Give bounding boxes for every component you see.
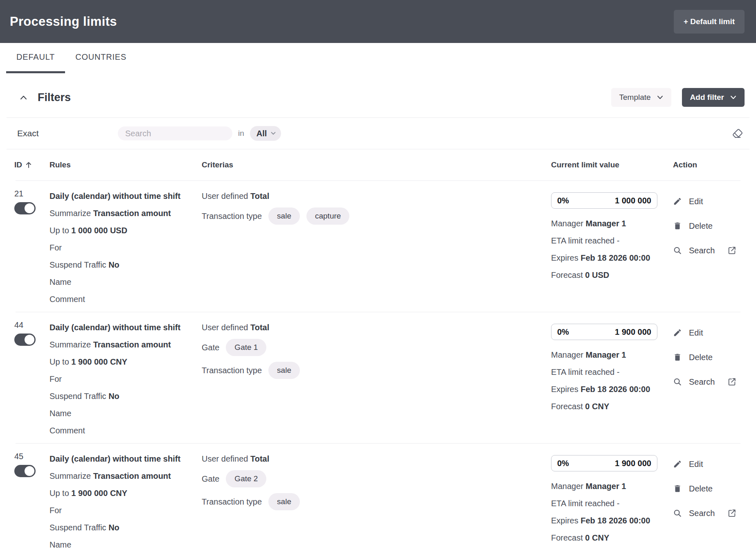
search-icon bbox=[673, 246, 682, 255]
sort-ascending-icon[interactable] bbox=[26, 162, 32, 168]
rule-line: Daily (calendar) without time shift bbox=[50, 187, 202, 205]
rule-line: Daily (calendar) without time shift bbox=[50, 319, 202, 336]
limit-detail-line: ETA limit reached - bbox=[551, 363, 667, 381]
rule-line: Suspend Traffic No bbox=[50, 519, 202, 536]
limit-amount: 1 900 000 bbox=[615, 327, 651, 337]
criteria-chip[interactable]: sale bbox=[268, 362, 300, 379]
trash-icon bbox=[673, 353, 682, 362]
id-cell: 44 bbox=[14, 319, 50, 439]
limit-value-box[interactable]: 0%1 900 000 bbox=[551, 455, 657, 471]
rule-line: Up to 1 000 000 USD bbox=[50, 222, 202, 239]
delete-button[interactable]: Delete bbox=[673, 345, 713, 370]
column-header-criterias: Criterias bbox=[202, 160, 551, 169]
rules-cell: Daily (calendar) without time shiftSumma… bbox=[50, 319, 202, 439]
criteria-chip[interactable]: Gate 1 bbox=[226, 339, 266, 356]
limit-details: Manager Manager 1ETA limit reached -Expi… bbox=[551, 215, 667, 284]
row-id: 21 bbox=[14, 187, 50, 200]
limit-detail-line: Forecast 0 CNY bbox=[551, 529, 667, 546]
rule-line: Name bbox=[50, 273, 202, 291]
external-link-icon bbox=[727, 377, 736, 386]
rule-line: Comment bbox=[50, 553, 202, 559]
chevron-down-icon bbox=[730, 95, 736, 99]
action-cell: EditDeleteSearch bbox=[667, 187, 756, 308]
criterias-cell: User defined TotalGateGate 2Transaction … bbox=[202, 450, 551, 559]
rule-line: Up to 1 900 000 CNY bbox=[50, 353, 202, 370]
criteria-chip[interactable]: sale bbox=[268, 493, 300, 510]
page-title: Processing limits bbox=[10, 14, 117, 29]
search-input[interactable] bbox=[125, 129, 225, 138]
enabled-toggle[interactable] bbox=[14, 202, 36, 214]
id-cell: 45 bbox=[14, 450, 50, 559]
pencil-icon bbox=[673, 197, 682, 206]
id-cell: 21 bbox=[14, 187, 50, 308]
app-header: Processing limits + Default limit bbox=[0, 0, 756, 43]
action-label: Delete bbox=[689, 353, 713, 362]
column-header-action: Action bbox=[667, 160, 756, 169]
limit-detail-line: Expires Feb 18 2026 00:00 bbox=[551, 512, 667, 529]
external-link-icon bbox=[727, 246, 736, 255]
action-label: Edit bbox=[689, 197, 703, 206]
scope-select[interactable]: All bbox=[250, 126, 281, 141]
criteria-chip[interactable]: Gate 2 bbox=[226, 470, 266, 487]
criteria-line: GateGate 1 bbox=[202, 336, 551, 359]
trash-icon bbox=[673, 221, 682, 230]
filters-header: Filters Template Add filter bbox=[0, 73, 756, 117]
limit-percent: 0% bbox=[557, 327, 569, 337]
limit-detail-line: ETA limit reached - bbox=[551, 495, 667, 512]
collapse-filters-button[interactable] bbox=[19, 93, 28, 102]
limit-detail-line: Manager Manager 1 bbox=[551, 346, 667, 363]
action-label: Search bbox=[689, 377, 715, 387]
criteria-label: Transaction type bbox=[202, 366, 262, 375]
rule-line: Suspend Traffic No bbox=[50, 256, 202, 273]
tab-countries[interactable]: COUNTRIES bbox=[65, 43, 137, 73]
search-button[interactable]: Search bbox=[673, 370, 736, 394]
action-label: Delete bbox=[689, 484, 713, 494]
criteria-chip[interactable]: sale bbox=[268, 207, 300, 225]
column-header-rules: Rules bbox=[50, 160, 202, 169]
limit-amount: 1 900 000 bbox=[615, 459, 651, 468]
criteria-line: GateGate 2 bbox=[202, 467, 551, 490]
filter-name-label: Exact bbox=[17, 128, 118, 138]
default-limit-button[interactable]: + Default limit bbox=[674, 10, 745, 34]
criteria-line: User defined Total bbox=[202, 187, 551, 205]
row-id: 45 bbox=[14, 450, 50, 462]
limit-detail-line: Forecast 0 CNY bbox=[551, 398, 667, 415]
edit-button[interactable]: Edit bbox=[673, 452, 703, 476]
template-button[interactable]: Template bbox=[611, 88, 671, 107]
criterias-cell: User defined TotalGateGate 1Transaction … bbox=[202, 319, 551, 439]
action-cell: EditDeleteSearch bbox=[667, 319, 756, 439]
external-link-icon bbox=[727, 509, 736, 518]
tab-default[interactable]: DEFAULT bbox=[6, 43, 65, 73]
rule-line: For bbox=[50, 502, 202, 519]
tab-bar: DEFAULTCOUNTRIES bbox=[0, 43, 756, 73]
add-filter-button[interactable]: Add filter bbox=[682, 88, 745, 107]
template-button-label: Template bbox=[619, 93, 651, 102]
delete-button[interactable]: Delete bbox=[673, 214, 713, 238]
limit-amount: 1 000 000 bbox=[615, 196, 651, 205]
limit-value-box[interactable]: 0%1 000 000 bbox=[551, 192, 657, 209]
criteria-chip[interactable]: capture bbox=[306, 207, 349, 225]
rule-line: Name bbox=[50, 536, 202, 553]
column-header-current-limit-value: Current limit value bbox=[551, 160, 667, 169]
limit-detail-line: Expires Feb 18 2026 00:00 bbox=[551, 249, 667, 266]
action-cell: EditDeleteSearch bbox=[667, 450, 756, 559]
edit-button[interactable]: Edit bbox=[673, 189, 703, 214]
limit-value-box[interactable]: 0%1 900 000 bbox=[551, 324, 657, 340]
clear-filter-button[interactable] bbox=[731, 127, 744, 140]
edit-button[interactable]: Edit bbox=[673, 320, 703, 345]
limit-detail-line: Forecast 0 USD bbox=[551, 266, 667, 284]
enabled-toggle[interactable] bbox=[14, 465, 36, 477]
chevron-down-icon bbox=[271, 132, 276, 135]
delete-button[interactable]: Delete bbox=[673, 476, 713, 501]
chevron-up-icon bbox=[20, 95, 27, 100]
limit-cell: 0%1 900 000Manager Manager 1ETA limit re… bbox=[551, 450, 667, 559]
column-header-id[interactable]: ID bbox=[14, 160, 22, 169]
enabled-toggle[interactable] bbox=[14, 334, 36, 346]
criteria-label: Gate bbox=[202, 474, 219, 484]
action-label: Search bbox=[689, 246, 715, 255]
search-button[interactable]: Search bbox=[673, 501, 736, 525]
limit-cell: 0%1 900 000Manager Manager 1ETA limit re… bbox=[551, 319, 667, 439]
search-button[interactable]: Search bbox=[673, 238, 736, 263]
rule-line: Summarize Transaction amount bbox=[50, 467, 202, 485]
criteria-label: Gate bbox=[202, 343, 219, 352]
